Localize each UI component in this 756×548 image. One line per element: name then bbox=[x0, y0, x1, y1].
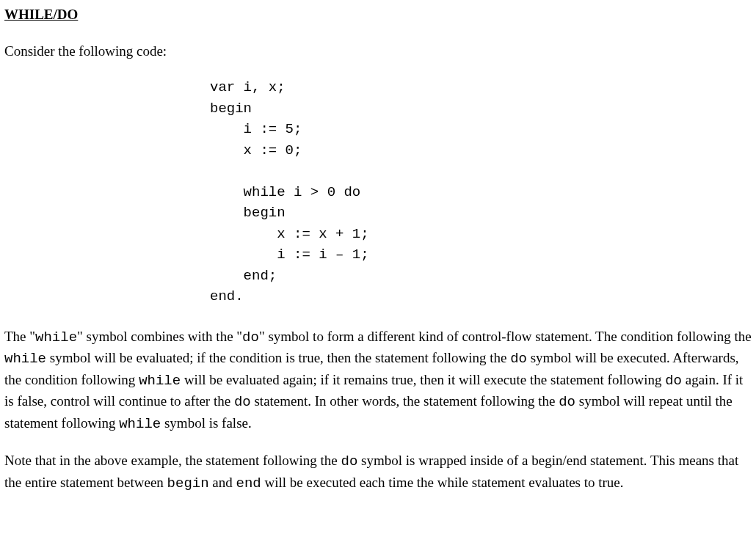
text: symbol will be evaluated; if the conditi… bbox=[46, 350, 510, 365]
code-inline: while bbox=[35, 329, 77, 346]
section-heading: WHILE/DO bbox=[4, 4, 752, 25]
explanation-paragraph-1: The "while" symbol combines with the "do… bbox=[4, 326, 752, 435]
explanation-paragraph-2: Note that in the above example, the stat… bbox=[4, 450, 752, 494]
code-inline: begin bbox=[167, 475, 209, 492]
text: The " bbox=[4, 329, 35, 344]
code-inline: while bbox=[139, 373, 181, 389]
code-inline: while bbox=[119, 416, 161, 432]
code-inline: do bbox=[510, 351, 527, 367]
code-inline: end bbox=[236, 475, 261, 492]
code-inline: do bbox=[341, 453, 358, 470]
code-inline: do bbox=[665, 373, 682, 389]
text: will be evaluated again; if it remains t… bbox=[181, 372, 665, 387]
text: Note that in the above example, the stat… bbox=[4, 453, 341, 468]
intro-paragraph: Consider the following code: bbox=[4, 41, 752, 62]
text: will be executed each time the while sta… bbox=[261, 475, 624, 490]
text: and bbox=[209, 475, 236, 490]
text: " symbol to form a different kind of con… bbox=[259, 329, 752, 344]
code-inline: while bbox=[4, 351, 46, 367]
code-inline: do bbox=[559, 394, 575, 410]
text: statement. In other words, the statement… bbox=[251, 393, 559, 409]
code-inline: do bbox=[234, 394, 251, 410]
code-inline: do bbox=[242, 329, 259, 346]
text: symbol is false. bbox=[161, 415, 252, 431]
code-example: var i, x; begin i := 5; x := 0; while i … bbox=[210, 77, 752, 307]
text: " symbol combines with the " bbox=[77, 329, 242, 344]
